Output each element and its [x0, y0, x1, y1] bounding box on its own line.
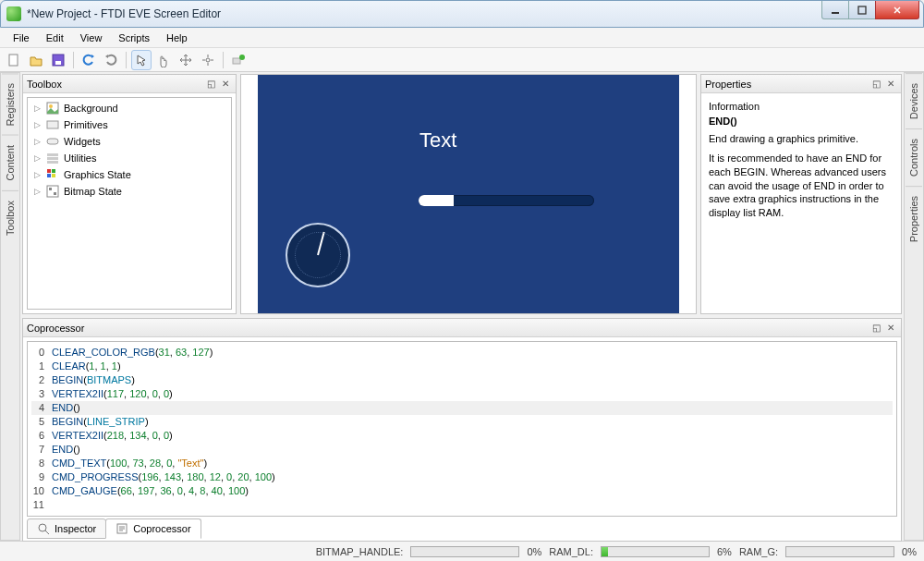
properties-panel: Properties ◱ ✕ Information END() End dra… [700, 74, 902, 314]
svg-rect-13 [47, 157, 58, 160]
svg-point-9 [49, 104, 53, 108]
tab-controls[interactable]: Controls [906, 128, 922, 186]
status-ramdl-pct: 6% [717, 546, 732, 557]
properties-function-name: END() [709, 116, 894, 127]
window-titlebar: *New Project - FTDI EVE Screen Editor [0, 0, 924, 28]
status-bar: BITMAP_HANDLE: 0% RAM_DL: 6% RAM_G: 0% [0, 541, 924, 561]
app-icon [6, 6, 21, 21]
svg-rect-1 [858, 6, 866, 14]
tree-item-background[interactable]: ▷Background [30, 100, 229, 116]
tab-inspector[interactable]: Inspector [27, 518, 106, 539]
toolbox-tree[interactable]: ▷Background ▷Primitives ▷Widgets ▷Utilit… [27, 97, 232, 310]
left-dock-tabs: Registers Content Toolbox [0, 72, 20, 541]
run-button[interactable] [228, 50, 249, 70]
tab-properties[interactable]: Properties [906, 186, 922, 251]
close-button[interactable] [875, 1, 919, 19]
svg-point-22 [39, 524, 46, 531]
minimize-button[interactable] [821, 1, 849, 19]
code-line[interactable]: 5BEGIN(LINE_STRIP) [31, 415, 893, 429]
menu-help[interactable]: Help [159, 30, 195, 46]
toolbox-close-button[interactable]: ✕ [219, 78, 232, 91]
tab-toolbox[interactable]: Toolbox [2, 190, 18, 245]
coprocessor-title: Coprocessor [27, 323, 866, 334]
code-line[interactable]: 8CMD_TEXT(100, 73, 28, 0, "Text") [31, 457, 893, 470]
undo-button[interactable] [79, 50, 99, 70]
svg-rect-0 [832, 12, 839, 14]
tree-item-primitives[interactable]: ▷Primitives [30, 116, 229, 133]
code-line[interactable]: 1CLEAR(1, 1, 1) [31, 360, 893, 373]
code-line[interactable]: 9CMD_PROGRESS(196, 143, 180, 12, 0, 20, … [31, 470, 893, 484]
open-file-button[interactable] [26, 50, 46, 70]
tree-item-widgets[interactable]: ▷Widgets [30, 133, 229, 150]
tree-item-graphics-state[interactable]: ▷Graphics State [30, 166, 229, 183]
svg-rect-17 [47, 174, 51, 177]
code-line[interactable]: 7END() [31, 443, 893, 457]
svg-rect-21 [54, 192, 56, 195]
canvas-gauge-widget[interactable] [286, 223, 350, 287]
save-button[interactable] [48, 50, 68, 70]
menu-edit[interactable]: Edit [39, 30, 71, 46]
status-ramg-label: RAM_G: [739, 546, 778, 557]
svg-rect-14 [47, 161, 58, 164]
coprocessor-float-button[interactable]: ◱ [869, 322, 882, 335]
window-buttons [822, 1, 919, 20]
svg-point-7 [239, 55, 245, 60]
bottom-tab-strip: Inspector Coprocessor [23, 518, 901, 541]
svg-rect-10 [47, 121, 58, 128]
svg-rect-2 [9, 55, 18, 66]
code-line[interactable]: 11 [31, 498, 893, 512]
svg-rect-19 [47, 186, 58, 197]
status-bitmap-meter [410, 546, 519, 557]
svg-rect-6 [233, 58, 240, 64]
status-ramg-pct: 0% [902, 546, 917, 557]
svg-rect-15 [47, 169, 51, 173]
toolbox-float-button[interactable]: ◱ [204, 78, 217, 91]
tab-devices[interactable]: Devices [906, 73, 922, 128]
svg-rect-20 [49, 188, 52, 190]
tab-coprocessor[interactable]: Coprocessor [105, 518, 201, 539]
svg-rect-18 [52, 174, 55, 177]
main-toolbar [0, 48, 924, 72]
svg-rect-11 [47, 139, 58, 144]
redo-button[interactable] [101, 50, 121, 70]
status-bitmap-pct: 0% [527, 546, 541, 557]
status-ramg-meter [785, 546, 894, 557]
new-file-button[interactable] [4, 50, 24, 70]
pointer-tool-button[interactable] [131, 50, 152, 70]
tab-content[interactable]: Content [2, 135, 18, 190]
code-line[interactable]: 3VERTEX2II(117, 120, 0, 0) [31, 387, 893, 401]
preview-canvas[interactable]: Text [258, 75, 679, 313]
properties-float-button[interactable]: ◱ [869, 78, 882, 91]
tab-registers[interactable]: Registers [2, 73, 18, 135]
move-tool-button[interactable] [176, 50, 196, 70]
svg-point-5 [206, 58, 210, 62]
code-line[interactable]: 4END() [31, 401, 893, 415]
properties-desc-2: It is recommended to have an END for eac… [709, 152, 894, 220]
coprocessor-code-editor[interactable]: 0CLEAR_COLOR_RGB(31, 63, 127)1CLEAR(1, 1… [27, 341, 897, 517]
menu-view[interactable]: View [73, 30, 110, 46]
tree-item-utilities[interactable]: ▷Utilities [30, 150, 229, 166]
toolbox-panel: Toolbox ◱ ✕ ▷Background ▷Primitives ▷Wid… [22, 74, 237, 314]
canvas-progress-widget[interactable] [419, 195, 594, 206]
menu-scripts[interactable]: Scripts [111, 30, 157, 46]
preview-canvas-wrap: Text [240, 74, 697, 314]
tree-item-bitmap-state[interactable]: ▷Bitmap State [30, 183, 229, 200]
status-ramdl-meter [601, 546, 710, 557]
hand-tool-button[interactable] [153, 50, 174, 70]
properties-title: Properties [705, 79, 866, 90]
center-tool-button[interactable] [198, 50, 218, 70]
svg-rect-12 [47, 153, 58, 156]
code-line[interactable]: 0CLEAR_COLOR_RGB(31, 63, 127) [31, 346, 893, 360]
maximize-button[interactable] [848, 1, 876, 19]
code-line[interactable]: 6VERTEX2II(218, 134, 0, 0) [31, 429, 893, 443]
status-bitmap-label: BITMAP_HANDLE: [316, 546, 404, 557]
code-line[interactable]: 2BEGIN(BITMAPS) [31, 373, 893, 387]
properties-close-button[interactable]: ✕ [884, 78, 897, 91]
coprocessor-close-button[interactable]: ✕ [884, 322, 897, 335]
window-title: *New Project - FTDI EVE Screen Editor [27, 7, 221, 20]
properties-section-heading: Information [709, 101, 894, 112]
toolbox-title: Toolbox [27, 79, 201, 90]
code-line[interactable]: 10CMD_GAUGE(66, 197, 36, 0, 4, 8, 40, 10… [31, 484, 893, 498]
menu-file[interactable]: File [6, 30, 37, 46]
canvas-text-widget[interactable]: Text [419, 128, 456, 152]
